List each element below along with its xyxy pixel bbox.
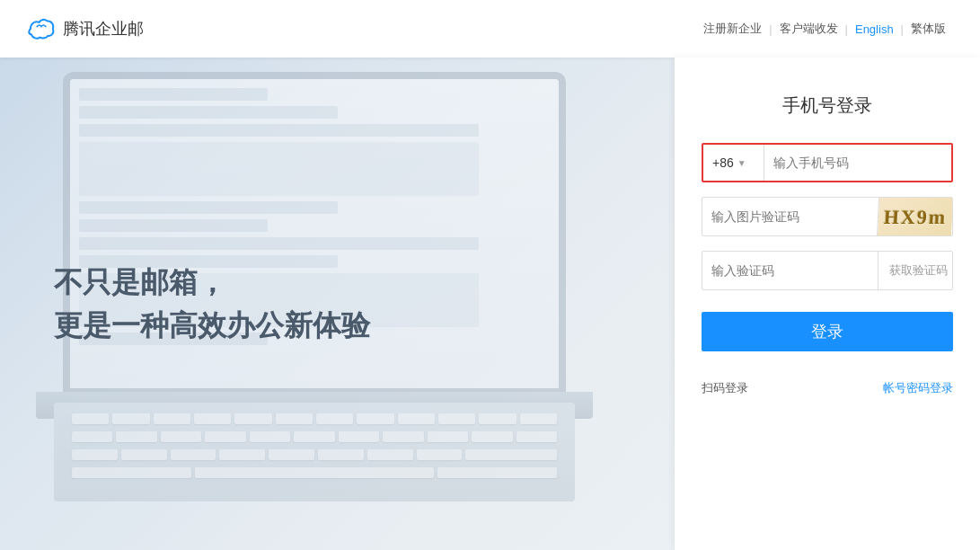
hero-text-area: 不只是邮箱， 更是一种高效办公新体验: [54, 261, 370, 347]
phone-input[interactable]: [764, 145, 951, 181]
bottom-links: 扫码登录 帐号密码登录: [702, 380, 953, 396]
get-sms-code-button[interactable]: 获取验证码: [878, 252, 958, 289]
sms-code-input[interactable]: [702, 252, 878, 289]
header: 腾讯企业邮 注册新企业 | 客户端收发 | English | 繁体版: [0, 0, 980, 58]
captcha-input[interactable]: [702, 198, 878, 235]
country-code-value: +86: [712, 155, 734, 170]
hero-line2: 更是一种高效办公新体验: [54, 304, 370, 347]
login-panel: 手机号登录 +86 ▼ HX9m 获取验证码 登录 扫码登录 帐号密码登录: [675, 58, 980, 550]
dropdown-arrow-icon: ▼: [737, 158, 746, 168]
captcha-input-group: HX9m: [702, 197, 953, 236]
nav-english[interactable]: English: [848, 22, 901, 36]
tencent-logo-icon: [27, 18, 56, 40]
hero-line1: 不只是邮箱，: [54, 261, 370, 304]
sms-input-group: 获取验证码: [702, 251, 953, 290]
logo-text: 腾讯企业邮: [63, 18, 144, 40]
login-button[interactable]: 登录: [702, 312, 953, 351]
header-nav: 注册新企业 | 客户端收发 | English | 繁体版: [696, 21, 953, 37]
nav-client[interactable]: 客户端收发: [773, 21, 845, 37]
logo-area: 腾讯企业邮: [27, 18, 144, 40]
nav-register[interactable]: 注册新企业: [696, 21, 769, 37]
captcha-image[interactable]: HX9m: [877, 198, 953, 236]
phone-input-group: +86 ▼: [702, 143, 953, 182]
country-code-selector[interactable]: +86 ▼: [703, 145, 764, 181]
qr-login-link[interactable]: 扫码登录: [702, 380, 748, 396]
login-title: 手机号登录: [782, 93, 872, 118]
password-login-link[interactable]: 帐号密码登录: [883, 380, 953, 396]
nav-traditional[interactable]: 繁体版: [904, 21, 953, 37]
